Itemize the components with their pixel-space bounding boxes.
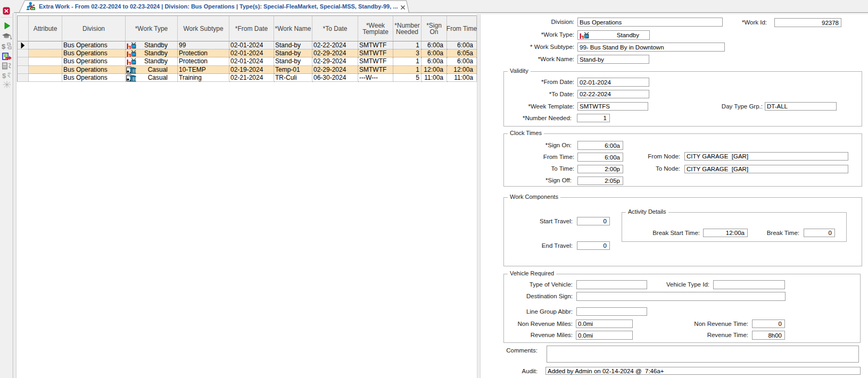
svg-text:$: $ — [2, 43, 6, 50]
svg-text:$: $ — [2, 72, 6, 79]
